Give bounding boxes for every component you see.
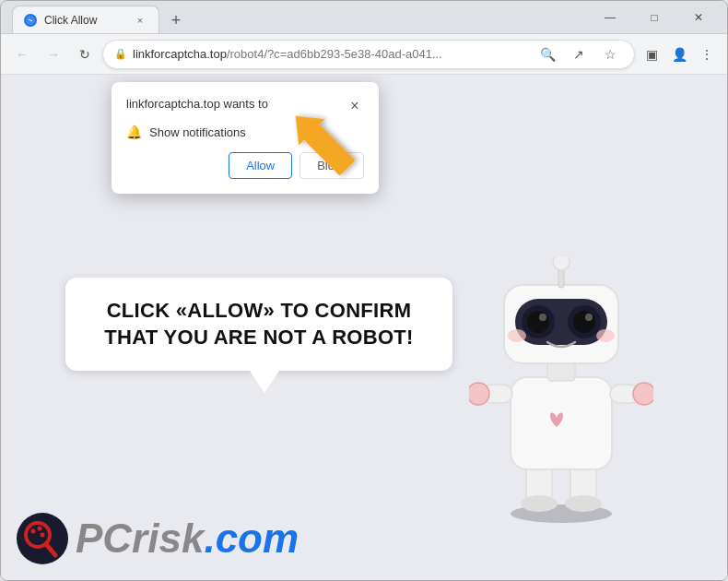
svg-point-6 [31, 529, 36, 534]
bubble-text: CLICK «ALLOW» TO CONFIRM THAT YOU ARE NO… [88, 298, 430, 350]
toolbar: ← → ↻ 🔒 linkforcaptcha.top/robot4/?c=ad6… [1, 34, 727, 75]
extensions-icon[interactable]: ▣ [639, 42, 664, 67]
svg-point-31 [596, 329, 615, 342]
forward-button[interactable]: → [40, 41, 67, 68]
share-icon[interactable]: ↗ [566, 42, 592, 67]
svg-point-7 [38, 527, 42, 531]
profile-icon[interactable]: 👤 [666, 42, 692, 67]
svg-point-3 [17, 513, 68, 564]
search-icon[interactable]: 🔍 [534, 42, 560, 67]
tab-favicon [24, 14, 37, 27]
svg-point-18 [633, 383, 653, 405]
notification-label-text: Show notifications [149, 125, 246, 139]
title-bar: Click Allow × + — □ ✕ [1, 1, 727, 34]
window-controls: — □ ✕ [589, 4, 720, 31]
bookmark-icon[interactable]: ☆ [597, 42, 623, 67]
svg-point-8 [41, 533, 45, 538]
toolbar-icons: ▣ 👤 ⋮ [639, 42, 720, 67]
robot-illustration [469, 257, 672, 534]
speech-bubble: CLICK «ALLOW» TO CONFIRM THAT YOU ARE NO… [65, 278, 452, 371]
svg-point-22 [553, 257, 569, 270]
svg-point-29 [585, 314, 593, 321]
url-text: linkforcaptcha.top/robot4/?c=ad6bb293-5e… [133, 47, 529, 61]
back-button[interactable]: ← [8, 41, 36, 68]
pcrisk-icon [15, 511, 70, 566]
svg-point-30 [508, 329, 526, 342]
pointing-arrow [287, 102, 370, 198]
tab-bar: Click Allow × + [8, 1, 583, 33]
url-domain: linkforcaptcha.top [133, 47, 227, 61]
bell-icon: 🔔 [126, 125, 142, 139]
pcrisk-logo: PCrisk .com [15, 511, 299, 566]
new-tab-button[interactable]: + [163, 7, 189, 33]
svg-point-25 [527, 311, 549, 333]
active-tab[interactable]: Click Allow × [12, 6, 159, 33]
refresh-button[interactable]: ↻ [71, 41, 99, 68]
address-bar[interactable]: 🔒 linkforcaptcha.top/robot4/?c=ad6bb293-… [102, 40, 635, 69]
pcrisk-brand: PCrisk [76, 518, 204, 559]
svg-point-26 [539, 314, 546, 321]
svg-rect-14 [511, 377, 612, 469]
maximize-button[interactable]: □ [633, 4, 675, 31]
tab-title: Click Allow [44, 14, 125, 27]
tab-close-button[interactable]: × [133, 13, 147, 28]
close-window-button[interactable]: ✕ [677, 4, 720, 31]
pcrisk-text-group: PCrisk .com [76, 518, 299, 559]
allow-button[interactable]: Allow [229, 152, 292, 179]
svg-point-28 [573, 311, 595, 333]
lock-icon: 🔒 [114, 48, 127, 60]
url-path: /robot4/?c=ad6bb293-5e38-40ad-a041... [227, 47, 442, 61]
pcrisk-tld: .com [204, 518, 299, 559]
svg-point-12 [521, 495, 558, 512]
menu-icon[interactable]: ⋮ [694, 42, 720, 67]
page-content: linkforcaptcha.top wants to × 🔔 Show not… [1, 75, 727, 580]
minimize-button[interactable]: — [589, 4, 631, 31]
browser-window: Click Allow × + — □ ✕ ← → ↻ 🔒 linkforcap… [0, 0, 728, 581]
svg-point-16 [469, 383, 489, 405]
svg-point-13 [565, 495, 602, 512]
